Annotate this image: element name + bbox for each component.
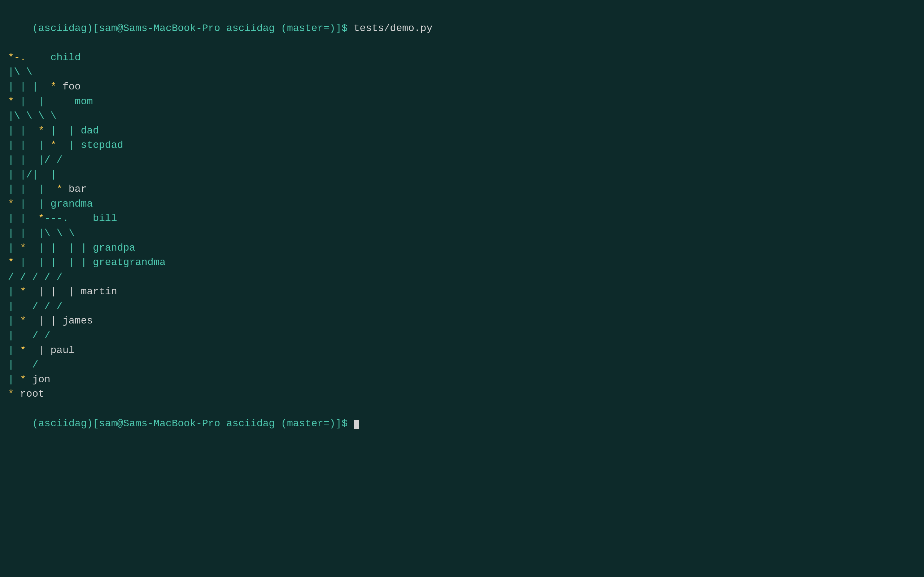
tree-line: | * jon [8, 372, 916, 387]
terminal: (asciidag)[sam@Sams-MacBook-Pro asciidag… [8, 6, 916, 571]
tree-line: * | | | | | greatgrandma [8, 255, 916, 270]
tree-line: * | | grandma [8, 197, 916, 212]
tree-line: | * | | james [8, 314, 916, 329]
tree-line: / / / / / [8, 270, 916, 285]
tree-line: | | | * | stepdad [8, 138, 916, 153]
tree-line: | * | | | | grandpa [8, 241, 916, 256]
tree-line: | | *---. bill [8, 211, 916, 226]
tree-line: | | |/ / [8, 153, 916, 168]
tree-line: | | |\ \ \ [8, 226, 916, 241]
tree-line: | | * | | dad [8, 124, 916, 139]
tree-line: *-. child [8, 50, 916, 65]
tree-line: * root [8, 387, 916, 402]
tree-line: | / [8, 358, 916, 372]
tree-line: | / / / [8, 299, 916, 314]
prompt-line-2[interactable]: (asciidag)[sam@Sams-MacBook-Pro asciidag… [8, 402, 916, 446]
command-line: (asciidag)[sam@Sams-MacBook-Pro asciidag… [8, 6, 916, 50]
tree-line: | | | * foo [8, 80, 916, 95]
tree-line: | |/| | [8, 168, 916, 182]
tree-line: | * | | | martin [8, 285, 916, 299]
tree-line: | * | paul [8, 343, 916, 358]
tree-line: | | | * bar [8, 182, 916, 197]
tree-line: | / / [8, 329, 916, 343]
tree-line: |\ \ [8, 65, 916, 80]
prompt2: (asciidag)[sam@Sams-MacBook-Pro asciidag… [32, 418, 354, 429]
command1: tests/demo.py [354, 23, 432, 34]
tree-line: |\ \ \ \ [8, 109, 916, 124]
cursor [354, 420, 359, 429]
tree-output: *-. child|\ \| | | * foo* | | mom|\ \ \ … [8, 50, 916, 402]
tree-line: * | | mom [8, 95, 916, 109]
prompt1: (asciidag)[sam@Sams-MacBook-Pro asciidag… [32, 23, 354, 34]
